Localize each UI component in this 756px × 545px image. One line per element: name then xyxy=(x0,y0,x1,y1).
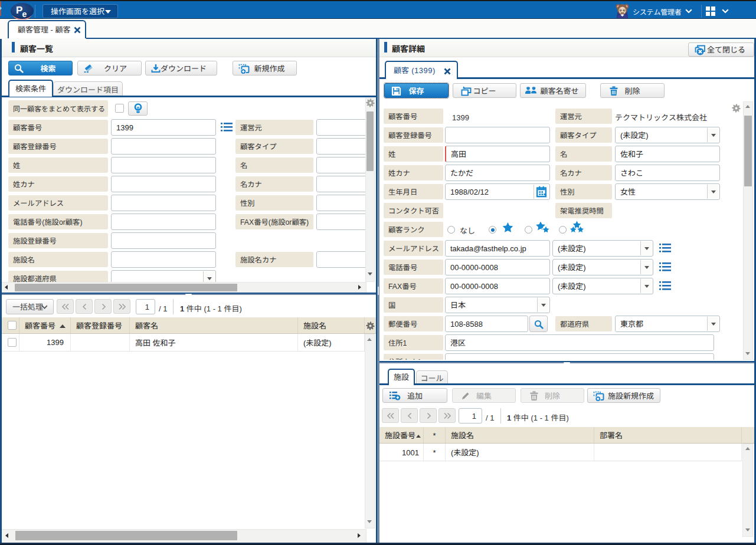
svg-text:e: e xyxy=(22,9,27,19)
